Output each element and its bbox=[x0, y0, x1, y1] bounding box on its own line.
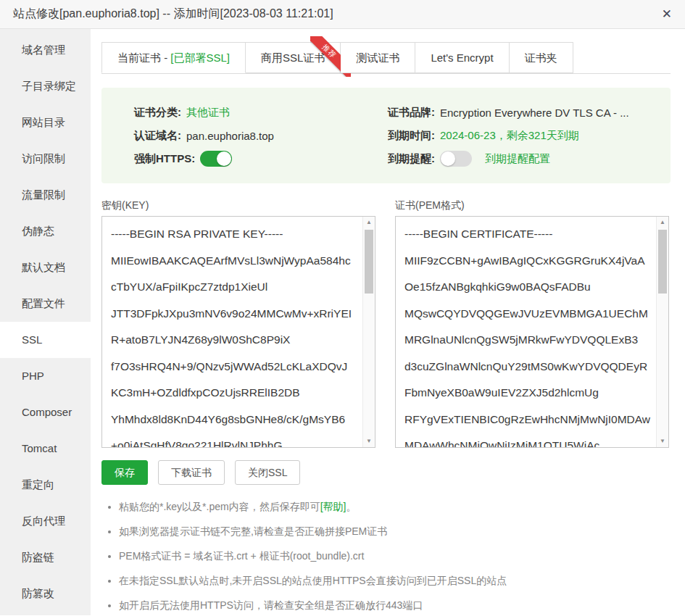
force-https-toggle[interactable] bbox=[200, 151, 232, 167]
sidebar-item-default-doc[interactable]: 默认文档 bbox=[0, 249, 91, 286]
auth-domain-label: 认证域名: bbox=[134, 129, 181, 143]
tab-test-cert[interactable]: 测试证书 bbox=[341, 42, 415, 73]
key-editor-box: -----BEGIN RSA PRIVATE KEY----- MIIEowIB… bbox=[101, 216, 375, 448]
close-icon[interactable]: ✕ bbox=[662, 8, 672, 20]
toggle-knob bbox=[217, 151, 231, 166]
expire-time-label: 到期时间: bbox=[388, 129, 435, 143]
tab-current-cert-status: [已部署SSL] bbox=[170, 51, 230, 64]
note-item: 粘贴您的*.key以及*.pem内容，然后保存即可[帮助]。 bbox=[119, 494, 671, 519]
scrollbar-thumb[interactable] bbox=[658, 230, 667, 294]
expire-remind-config-link[interactable]: 到期提醒配置 bbox=[485, 152, 550, 166]
auth-domain-value: pan.euphoria8.top bbox=[186, 130, 274, 142]
sidebar-item-config-file[interactable]: 配置文件 bbox=[0, 286, 91, 322]
sidebar: 域名管理 子目录绑定 网站目录 访问限制 流量限制 伪静态 默认文档 配置文件 … bbox=[0, 29, 91, 615]
cert-category-label: 证书分类: bbox=[134, 106, 181, 120]
scroll-up-icon[interactable]: ▲ bbox=[657, 217, 668, 228]
help-notes: 粘贴您的*.key以及*.pem内容，然后保存即可[帮助]。 如果浏览器提示证书… bbox=[101, 494, 671, 616]
sidebar-item-subdir[interactable]: 子目录绑定 bbox=[0, 68, 91, 104]
tab-cert-folder[interactable]: 证书夹 bbox=[510, 42, 573, 73]
sidebar-item-tomcat[interactable]: Tomcat bbox=[0, 430, 91, 467]
pem-editor: 证书(PEM格式) -----BEGIN CERTIFICATE----- MI… bbox=[395, 199, 669, 448]
note-item: 如果浏览器提示证书链不完整,请检查是否正确拼接PEM证书 bbox=[119, 519, 671, 544]
save-button[interactable]: 保存 bbox=[101, 460, 148, 485]
tab-commercial-ssl-label: 商用SSL证书 bbox=[261, 51, 325, 64]
download-cert-button[interactable]: 下载证书 bbox=[158, 460, 225, 485]
cert-info-panel: 证书分类: 其他证书 认证域名: pan.euphoria8.top 强制HTT… bbox=[101, 88, 671, 183]
pem-textarea[interactable]: -----BEGIN CERTIFICATE----- MIIF9zCCBN+g… bbox=[396, 217, 656, 447]
note-item: 如开启后无法使用HTTPS访问，请检查安全组是否正确放行443端口 bbox=[119, 593, 671, 616]
sidebar-item-traffic-limit[interactable]: 流量限制 bbox=[0, 177, 91, 213]
sidebar-item-tamper-proof[interactable]: 防篡改 bbox=[0, 575, 91, 612]
cert-category-link[interactable]: 其他证书 bbox=[186, 106, 230, 120]
key-editor-label: 密钥(KEY) bbox=[101, 199, 375, 212]
sidebar-item-php[interactable]: PHP bbox=[0, 358, 91, 394]
sidebar-item-redirect[interactable]: 重定向 bbox=[0, 467, 91, 503]
note-item: 在未指定SSL默认站点时,未开启SSL的站点使用HTTPS会直接访问到已开启SS… bbox=[119, 568, 671, 593]
scroll-down-icon[interactable]: ▼ bbox=[657, 436, 668, 447]
pem-scrollbar[interactable]: ▲ ▼ bbox=[656, 217, 668, 447]
window-titlebar: 站点修改[pan.euphoria8.top] -- 添加时间[2023-08-… bbox=[0, 0, 685, 29]
sidebar-item-rewrite[interactable]: 伪静态 bbox=[0, 213, 91, 249]
scroll-down-icon[interactable]: ▼ bbox=[363, 436, 375, 447]
tab-current-cert[interactable]: 当前证书 - [已部署SSL] bbox=[101, 42, 246, 73]
tab-commercial-ssl[interactable]: 商用SSL证书 推荐 bbox=[246, 42, 341, 73]
close-ssl-button[interactable]: 关闭SSL bbox=[235, 460, 300, 485]
sidebar-item-ssl[interactable]: SSL bbox=[0, 322, 91, 358]
pem-editor-label: 证书(PEM格式) bbox=[395, 199, 669, 212]
editors-row: 密钥(KEY) -----BEGIN RSA PRIVATE KEY----- … bbox=[101, 199, 671, 448]
expire-time-value: 2024-06-23，剩余321天到期 bbox=[440, 129, 579, 143]
toggle-knob bbox=[441, 151, 455, 166]
key-editor: 密钥(KEY) -----BEGIN RSA PRIVATE KEY----- … bbox=[101, 199, 375, 448]
pem-editor-box: -----BEGIN CERTIFICATE----- MIIF9zCCBN+g… bbox=[395, 216, 669, 448]
tab-current-cert-prefix: 当前证书 - bbox=[117, 51, 170, 64]
cert-brand-label: 证书品牌: bbox=[388, 106, 435, 120]
sidebar-item-hotlink[interactable]: 防盗链 bbox=[0, 539, 91, 575]
expire-remind-toggle[interactable] bbox=[440, 151, 472, 167]
force-https-label: 强制HTTPS: bbox=[134, 152, 195, 166]
tab-lets-encrypt[interactable]: Let's Encrypt bbox=[415, 42, 509, 73]
scrollbar-thumb[interactable] bbox=[365, 230, 373, 294]
sidebar-item-site-dir[interactable]: 网站目录 bbox=[0, 104, 91, 141]
sidebar-item-composer[interactable]: Composer bbox=[0, 394, 91, 430]
scroll-up-icon[interactable]: ▲ bbox=[363, 217, 375, 228]
key-textarea[interactable]: -----BEGIN RSA PRIVATE KEY----- MIIEowIB… bbox=[102, 217, 362, 447]
window-title: 站点修改[pan.euphoria8.top] -- 添加时间[2023-08-… bbox=[13, 7, 333, 22]
cert-brand-value: Encryption Everywhere DV TLS CA - ... bbox=[440, 107, 629, 119]
ssl-panel: 当前证书 - [已部署SSL] 商用SSL证书 推荐 测试证书 Let's En… bbox=[91, 29, 685, 615]
sidebar-item-reverse-proxy[interactable]: 反向代理 bbox=[0, 503, 91, 539]
note-item: PEM格式证书 = 域名证书.crt + 根证书(root_bundle).cr… bbox=[119, 544, 671, 568]
sidebar-item-domain[interactable]: 域名管理 bbox=[0, 32, 91, 68]
cert-tabs: 当前证书 - [已部署SSL] 商用SSL证书 推荐 测试证书 Let's En… bbox=[101, 42, 671, 74]
actions-row: 保存 下载证书 关闭SSL bbox=[101, 460, 671, 485]
help-link[interactable]: [帮助] bbox=[320, 501, 346, 512]
key-scrollbar[interactable]: ▲ ▼ bbox=[362, 217, 375, 447]
expire-remind-label: 到期提醒: bbox=[388, 152, 435, 166]
sidebar-item-access-limit[interactable]: 访问限制 bbox=[0, 141, 91, 177]
